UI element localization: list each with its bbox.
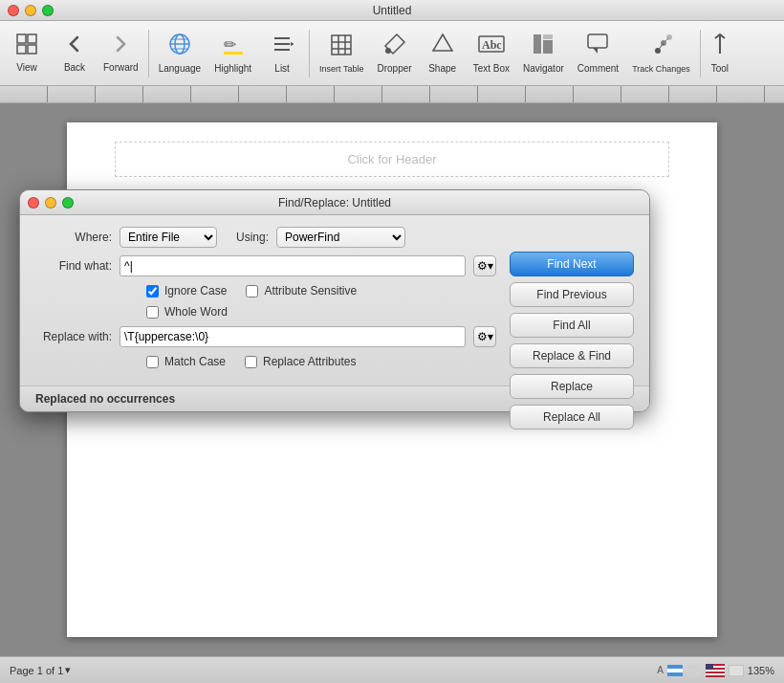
divider-3 — [700, 30, 701, 77]
replace-attributes-checkbox[interactable]: Replace Attributes — [245, 355, 356, 368]
status-icon-2 — [686, 665, 702, 676]
ignore-case-input[interactable] — [146, 285, 159, 297]
toolbar-shape[interactable]: Shape — [420, 25, 466, 82]
replace-find-button[interactable]: Replace & Find — [510, 343, 634, 368]
status-bar: Page 1 of 1 ▾ A 135% — [0, 656, 784, 683]
toolbar-insert-table[interactable]: Insert Table — [314, 25, 369, 82]
where-select[interactable]: Entire File Selection Current Page — [120, 227, 217, 248]
match-case-label: Match Case — [164, 355, 226, 368]
find-next-button[interactable]: Find Next — [510, 252, 634, 276]
svg-rect-35 — [667, 669, 683, 672]
whole-word-checkbox[interactable]: Whole Word — [146, 305, 228, 319]
toolbar-track-changes[interactable]: Track Changes — [626, 25, 696, 82]
toolbar-forward[interactable]: Forward — [98, 25, 144, 82]
status-icon-1 — [667, 665, 683, 676]
svg-line-33 — [664, 37, 669, 43]
svg-rect-39 — [706, 670, 725, 672]
insert-table-icon — [330, 33, 353, 60]
find-gear-button[interactable]: ⚙▾ — [473, 255, 496, 276]
window-title: Untitled — [373, 4, 412, 17]
whole-word-label: Whole Word — [164, 305, 228, 319]
find-replace-dialog: Find/Replace: Untitled Where: Entire Fil… — [19, 189, 650, 412]
dialog-close-button[interactable] — [28, 197, 39, 209]
replace-attributes-label: Replace Attributes — [263, 355, 356, 368]
ignore-case-label: Ignore Case — [164, 284, 227, 297]
dialog-minimize-button[interactable] — [45, 197, 56, 209]
divider-2 — [309, 30, 310, 77]
where-label: Where: — [35, 231, 112, 244]
attribute-sensitive-input[interactable] — [246, 285, 258, 297]
toolbar-dropper[interactable]: Dropper — [371, 25, 417, 82]
svg-rect-15 — [332, 35, 351, 55]
toolbar-navigator[interactable]: Navigator — [517, 25, 570, 82]
dropper-label: Dropper — [377, 63, 411, 74]
back-label: Back — [64, 62, 85, 73]
svg-text:Abc: Abc — [482, 38, 502, 52]
using-select[interactable]: PowerFind Regular Expression Grep — [276, 227, 405, 248]
comment-label: Comment — [577, 63, 619, 74]
svg-rect-10 — [224, 52, 243, 55]
highlight-label: Highlight — [214, 63, 251, 74]
close-button[interactable] — [8, 5, 19, 16]
comment-icon — [586, 33, 609, 59]
page-arrow: ▾ — [65, 664, 71, 676]
toolbar-text-box[interactable]: Abc Text Box — [468, 25, 515, 82]
toolbar-list[interactable]: List — [259, 25, 305, 82]
svg-point-20 — [385, 48, 391, 54]
svg-rect-42 — [729, 665, 744, 676]
track-changes-icon — [650, 33, 673, 60]
nav-buttons: Back Forward — [52, 25, 144, 82]
ruler-marks — [0, 86, 784, 102]
find-checkboxes: Ignore Case Attribute Sensitive — [146, 284, 496, 297]
maximize-button[interactable] — [42, 5, 54, 16]
forward-label: Forward — [103, 62, 139, 73]
svg-text:✏: ✏ — [224, 36, 237, 53]
svg-rect-25 — [543, 40, 553, 54]
replace-gear-button[interactable]: ⚙▾ — [473, 326, 496, 347]
replace-button[interactable]: Replace — [510, 374, 634, 399]
highlight-icon: ✏ — [222, 33, 245, 59]
match-case-input[interactable] — [146, 356, 159, 368]
replace-all-button[interactable]: Replace All — [510, 405, 634, 430]
toolbar-comment[interactable]: Comment — [572, 25, 624, 82]
toolbar-highlight[interactable]: ✏ Highlight — [208, 25, 257, 82]
dialog-body: Where: Entire File Selection Current Pag… — [20, 215, 649, 386]
attribute-sensitive-checkbox[interactable]: Attribute Sensitive — [246, 284, 357, 297]
flag-icon — [706, 664, 725, 677]
svg-marker-28 — [593, 48, 598, 54]
window-controls — [8, 5, 54, 16]
match-case-checkbox[interactable]: Match Case — [146, 355, 226, 368]
replace-checkboxes: Match Case Replace Attributes — [146, 355, 496, 368]
ignore-case-checkbox[interactable]: Ignore Case — [146, 284, 227, 297]
dialog-titlebar: Find/Replace: Untitled — [20, 190, 649, 215]
whole-word-input[interactable] — [146, 306, 159, 319]
replace-input[interactable] — [120, 326, 466, 347]
status-icons: A — [657, 665, 664, 675]
track-changes-label: Track Changes — [632, 64, 690, 74]
navigator-label: Navigator — [523, 63, 564, 74]
find-all-button[interactable]: Find All — [510, 313, 634, 338]
find-previous-button[interactable]: Find Previous — [510, 282, 634, 307]
text-box-label: Text Box — [473, 63, 510, 74]
svg-marker-14 — [291, 42, 294, 46]
where-using-row: Where: Entire File Selection Current Pag… — [35, 227, 496, 248]
svg-rect-0 — [17, 34, 26, 43]
svg-marker-21 — [433, 34, 452, 51]
find-input[interactable] — [120, 255, 466, 276]
minimize-button[interactable] — [25, 5, 36, 16]
svg-rect-41 — [706, 664, 713, 670]
status-text: Replaced no occurrences — [35, 392, 175, 406]
status-icon-3 — [729, 665, 744, 676]
list-label: List — [274, 63, 290, 74]
shape-icon — [431, 33, 454, 59]
replace-attributes-input[interactable] — [245, 356, 257, 368]
dialog-maximize-button[interactable] — [62, 197, 74, 209]
page-header[interactable]: Click for Header — [115, 142, 669, 177]
toolbar-back[interactable]: Back — [52, 25, 98, 82]
text-box-icon: Abc — [477, 33, 506, 59]
toolbar-tool[interactable]: Tool — [705, 25, 735, 82]
view-icon — [16, 33, 37, 58]
navigator-icon — [532, 33, 555, 59]
toolbar-language[interactable]: Language — [153, 25, 207, 82]
toolbar-view[interactable]: View — [4, 25, 50, 82]
